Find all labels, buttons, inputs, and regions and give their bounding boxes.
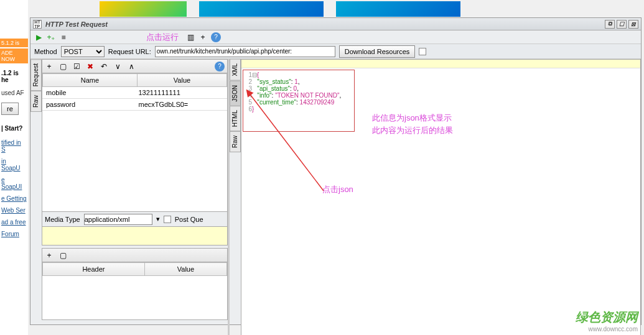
plus-icon[interactable]: + — [198, 33, 207, 42]
table-row[interactable]: mobile 13211111111 — [42, 87, 227, 99]
main-area: Request Raw + ▢ ☑ ✖ ↶ ∨ ∧ ? Name — [30, 59, 641, 335]
params-panel: + ▢ ☑ ✖ ↶ ∨ ∧ ? Name Value — [42, 59, 228, 246]
add-header-icon[interactable]: + — [45, 251, 54, 260]
banner-soapui — [100, 1, 187, 17]
download-resources-button[interactable]: Download Resources — [339, 45, 416, 58]
http-request-window: HTTP HTTP Test Request ⧉ ☐ ⊠ ▶ +₊ ■ 点击运行… — [30, 17, 642, 325]
table-row[interactable]: password mecxTGdbLS0= — [42, 99, 227, 111]
col-header: Header — [43, 263, 145, 276]
request-pane: Request Raw + ▢ ☑ ✖ ↶ ∨ ∧ ? Name — [30, 59, 230, 335]
col-value: Value — [137, 74, 226, 87]
tab-raw[interactable]: Raw — [30, 91, 42, 112]
background-banners — [0, 0, 644, 18]
sidebar-link[interactable]: Web Ser — [0, 204, 28, 216]
headers-panel: + ▢ Header Value — [42, 248, 228, 320]
sidebar-link[interactable]: in SoapU — [0, 155, 28, 174]
col-name: Name — [43, 74, 138, 87]
method-select[interactable]: POST — [61, 46, 105, 57]
sidebar-link[interactable]: tified in S — [0, 137, 28, 155]
annotation-json-format: 此信息为json格式显示 — [372, 112, 452, 124]
tab-raw-response[interactable]: Raw — [230, 131, 241, 152]
sidebar-link[interactable]: ad a free — [0, 216, 28, 228]
url-label: Request URL: — [108, 48, 151, 55]
body-area[interactable] — [42, 226, 227, 245]
run-icon[interactable]: ▶ — [34, 33, 43, 42]
add-param-icon[interactable]: + — [45, 62, 54, 71]
dropdown-icon[interactable]: ▾ — [156, 215, 160, 223]
upgrade-badge: ADE NOW — [0, 48, 28, 63]
response-header-bar — [241, 60, 640, 68]
sidebar-link[interactable]: e Getting — [0, 193, 28, 204]
more-button[interactable]: re — [1, 103, 19, 115]
watermark: 绿色资源网 www.downcc.com — [576, 309, 638, 333]
response-content: 1⊟{ 2 "sys_status": 1, 3 "api_status": 0… — [241, 59, 641, 335]
headers-body[interactable] — [42, 276, 227, 319]
header-icon-2[interactable]: ▢ — [58, 251, 67, 260]
stop-icon[interactable]: ■ — [59, 33, 68, 42]
background-sidebar: 5.1.2 is ADE NOW .1.2 is he used AF re |… — [0, 0, 28, 335]
banner-3 — [336, 1, 460, 17]
maximize-button[interactable]: ☐ — [617, 20, 627, 29]
toggle-icon[interactable]: ▥ — [186, 33, 195, 42]
run-toolbar: ▶ +₊ ■ 点击运行 ▥ + ? — [30, 30, 641, 44]
http-icon: HTTP — [33, 20, 42, 29]
help-icon[interactable]: ? — [211, 32, 221, 42]
sidebar-heading-2: | Start? — [0, 120, 28, 137]
titlebar: HTTP HTTP Test Request ⧉ ☐ ⊠ — [30, 18, 641, 30]
undo-icon[interactable]: ↶ — [100, 62, 108, 71]
tab-request[interactable]: Request — [30, 59, 42, 91]
post-label: Post Que — [175, 216, 203, 223]
annotation-click-json: 点击json — [322, 184, 353, 195]
version-badge: 5.1.2 is — [0, 39, 28, 47]
media-type-input[interactable] — [84, 214, 152, 225]
request-toolbar: Method POST Request URL: Download Resour… — [30, 44, 641, 59]
sidebar-link[interactable]: e SoapUI — [0, 174, 28, 193]
up-icon[interactable]: ∧ — [127, 62, 136, 71]
response-pane: XML JSON HTML Raw 1⊟{ 2 "sys_status": 1,… — [230, 59, 641, 335]
tab-json[interactable]: JSON — [230, 81, 241, 106]
request-url-input[interactable] — [155, 46, 335, 57]
download-checkbox[interactable] — [419, 48, 426, 55]
sidebar-text: used AF — [0, 88, 28, 98]
sidebar-heading: .1.2 is he — [0, 65, 28, 88]
post-checkbox[interactable] — [164, 216, 171, 223]
col-value: Value — [144, 263, 226, 276]
banner-2 — [199, 1, 324, 17]
window-title: HTTP Test Request — [45, 21, 108, 28]
tab-xml[interactable]: XML — [230, 59, 241, 81]
help-icon[interactable]: ? — [215, 62, 225, 71]
down-icon[interactable]: ∨ — [113, 62, 122, 71]
delete-param-icon[interactable]: ✖ — [86, 62, 95, 71]
add-endpoint-icon[interactable]: +₊ — [47, 33, 55, 42]
json-response-box: 1⊟{ 2 "sys_status": 1, 3 "api_status": 0… — [243, 70, 355, 132]
media-type-label: Media Type — [45, 216, 80, 223]
annotation-result: 此内容为运行后的结果 — [372, 125, 453, 136]
close-button[interactable]: ⊠ — [628, 20, 638, 29]
method-label: Method — [34, 48, 57, 55]
tab-html[interactable]: HTML — [230, 106, 241, 131]
param-icon-2[interactable]: ▢ — [58, 62, 67, 71]
annotation-run: 点击运行 — [146, 32, 179, 43]
param-icon-3[interactable]: ☑ — [72, 62, 81, 71]
restore-button[interactable]: ⧉ — [605, 20, 615, 29]
sidebar-link[interactable]: Forum — [0, 228, 28, 240]
